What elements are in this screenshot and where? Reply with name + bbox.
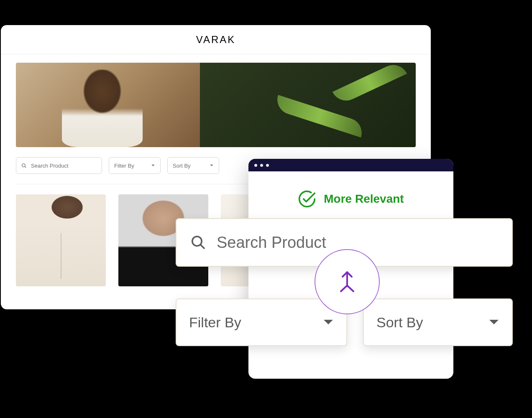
search-input[interactable]: Search Product	[16, 157, 102, 174]
filter-label-large: Filter By	[189, 314, 241, 331]
hero-banner	[16, 63, 416, 147]
sort-dropdown[interactable]: Sort By	[167, 157, 219, 174]
product-card[interactable]	[16, 194, 106, 286]
window-dot	[260, 164, 263, 167]
popup-titlebar	[248, 159, 453, 171]
chevron-down-icon	[323, 319, 334, 326]
search-icon	[21, 163, 27, 168]
window-dot	[266, 164, 269, 167]
hero-image-right	[200, 63, 416, 147]
site-header: VARAK	[1, 25, 431, 54]
svg-line-3	[200, 245, 205, 249]
window-dot	[254, 164, 257, 167]
chevron-down-icon	[489, 319, 499, 326]
search-placeholder-large: Search Product	[217, 234, 326, 252]
svg-line-1	[25, 166, 26, 168]
filter-label: Filter By	[114, 163, 134, 169]
filter-dropdown[interactable]: Filter By	[109, 157, 161, 174]
hero-image-left	[16, 63, 200, 147]
status-row: More Relevant	[248, 190, 453, 208]
merge-arrow-icon	[338, 270, 357, 294]
search-placeholder: Search Product	[31, 163, 69, 169]
svg-point-0	[22, 163, 26, 167]
checkmark-circle-icon	[298, 190, 316, 208]
brand-name: VARAK	[196, 34, 236, 46]
chevron-down-icon	[151, 164, 155, 167]
merge-indicator	[315, 249, 380, 314]
sort-label: Sort By	[173, 163, 191, 169]
search-icon	[191, 235, 206, 250]
sort-dropdown-large[interactable]: Sort By	[363, 298, 513, 346]
chevron-down-icon	[210, 164, 214, 167]
filter-dropdown-large[interactable]: Filter By	[176, 298, 347, 346]
svg-point-2	[192, 237, 202, 246]
sort-label-large: Sort By	[376, 314, 423, 331]
status-label: More Relevant	[324, 192, 404, 206]
